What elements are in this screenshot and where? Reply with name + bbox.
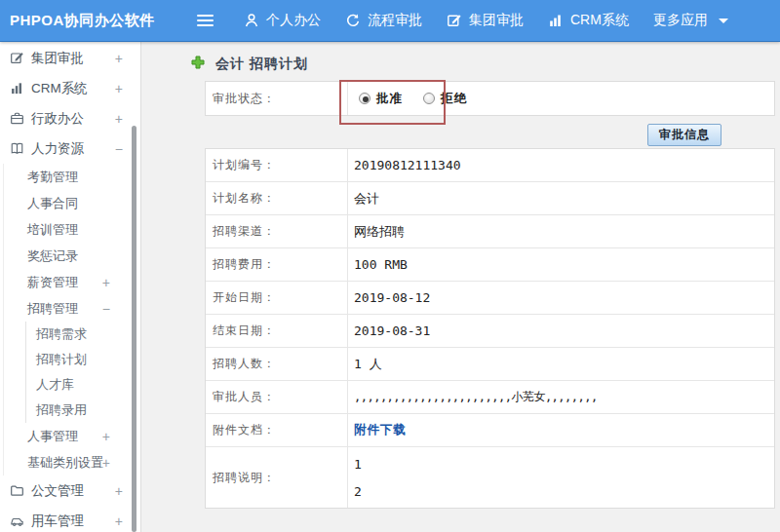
- sidebar-item-label: 人力资源: [31, 140, 84, 158]
- recruitment-submenu: 招聘需求 招聘计划 人才库 招聘录用: [25, 322, 140, 423]
- nav-process-approval[interactable]: 流程审批: [345, 12, 422, 29]
- expand-toggle[interactable]: +: [115, 483, 123, 499]
- caret-down-icon: [719, 19, 728, 23]
- sidebar-item-hr[interactable]: 人力资源 −: [0, 133, 140, 164]
- sidebar-scrollbar[interactable]: [132, 126, 136, 532]
- nav-group-approval[interactable]: 集团审批: [447, 12, 524, 29]
- field-label: 附件文档：: [206, 414, 348, 446]
- document-icon: [10, 483, 25, 499]
- car-icon: [10, 513, 25, 529]
- nav-label: CRM系统: [570, 12, 629, 29]
- expand-toggle[interactable]: +: [102, 429, 110, 444]
- sidebar-item-label: 人才库: [36, 376, 74, 394]
- sidebar-item-personnel[interactable]: 人事管理 +: [4, 423, 140, 449]
- topbar: PHPOA协同办公软件 个人办公 流程审批 集团审批 CRM系统: [0, 0, 780, 42]
- nav-personal-office[interactable]: 个人办公: [244, 12, 321, 29]
- field-value: 1 人: [348, 348, 774, 380]
- collapse-toggle[interactable]: −: [115, 141, 123, 157]
- field-label: 招聘说明：: [206, 447, 348, 508]
- sidebar-item-recruitment[interactable]: 招聘管理 −: [4, 295, 140, 322]
- sidebar-item-label: 基础类别设置: [27, 454, 103, 472]
- page-header: 会计 招聘计划: [191, 56, 308, 73]
- annotation-box: [339, 80, 446, 125]
- sidebar-item-rewards[interactable]: 奖惩记录: [4, 243, 140, 269]
- add-plus-icon: [191, 56, 205, 73]
- book-icon: [10, 141, 25, 157]
- expand-toggle[interactable]: +: [115, 513, 123, 529]
- table-row: 招聘费用： 100 RMB: [206, 248, 774, 282]
- table-row: 结束日期： 2019-08-31: [206, 315, 774, 348]
- table-row: 招聘人数： 1 人: [206, 348, 774, 381]
- sidebar-item-hr-contract[interactable]: 人事合同: [4, 190, 140, 216]
- nav-crm-system[interactable]: CRM系统: [548, 12, 629, 29]
- sidebar-item-label: 公文管理: [31, 482, 84, 500]
- field-label: 结束日期：: [206, 315, 348, 347]
- sidebar-item-documents[interactable]: 公文管理 +: [0, 475, 140, 506]
- field-label: 招聘渠道：: [206, 215, 348, 247]
- hamburger-menu-icon[interactable]: [197, 11, 218, 30]
- page-title: 会计 招聘计划: [215, 56, 308, 73]
- expand-toggle[interactable]: +: [115, 81, 123, 96]
- field-value: 附件下载: [348, 414, 774, 446]
- sidebar: 集团审批 + CRM系统 + 行政办公 + 人力资源 − 考勤管理 人事合同 培…: [0, 42, 141, 532]
- briefcase-icon: [10, 111, 25, 127]
- field-label: 审批人员：: [206, 381, 348, 413]
- sidebar-item-recruit-plan[interactable]: 招聘计划: [26, 347, 140, 372]
- table-row: 计划编号： 20190812111340: [206, 149, 774, 182]
- sidebar-item-training[interactable]: 培训管理: [4, 216, 140, 243]
- field-value: 2019-08-31: [348, 315, 774, 347]
- nav-more-apps[interactable]: 更多应用: [653, 12, 728, 29]
- app-logo: PHPOA协同办公软件: [0, 12, 185, 30]
- sidebar-item-label: 招聘录用: [36, 401, 87, 419]
- sidebar-item-talent-pool[interactable]: 人才库: [26, 372, 140, 398]
- sidebar-item-label: 招聘管理: [27, 300, 78, 318]
- field-label: 开始日期：: [206, 282, 348, 314]
- sidebar-item-label: 考勤管理: [27, 169, 78, 186]
- field-value: 20190812111340: [348, 149, 774, 181]
- attachment-download-link[interactable]: 附件下载: [354, 422, 407, 438]
- process-icon: [345, 13, 361, 28]
- action-band: 审批信息: [205, 115, 777, 148]
- nav-label: 更多应用: [653, 12, 708, 29]
- sidebar-item-recruit-hire[interactable]: 招聘录用: [26, 398, 140, 423]
- field-label: 计划编号：: [206, 149, 348, 181]
- expand-toggle[interactable]: +: [102, 275, 110, 290]
- table-row: 计划名称： 会计: [206, 182, 774, 215]
- sidebar-item-crm[interactable]: CRM系统 +: [0, 73, 140, 103]
- sidebar-item-label: 奖惩记录: [27, 247, 78, 265]
- sidebar-item-label: 行政办公: [31, 110, 84, 128]
- edit-icon: [10, 51, 25, 66]
- sidebar-item-admin-office[interactable]: 行政办公 +: [0, 103, 140, 133]
- status-table: 审批状态： 批准 拒绝: [205, 81, 775, 116]
- sidebar-item-salary[interactable]: 薪资管理 +: [4, 269, 140, 295]
- field-value: 2019-08-12: [348, 282, 774, 314]
- table-row: 审批人员： ,,,,,,,,,,,,,,,,,,,,,,,,小芜女,,,,,,,…: [206, 381, 774, 414]
- collapse-toggle[interactable]: −: [102, 301, 110, 317]
- nav-label: 流程审批: [368, 12, 422, 29]
- detail-table: 计划编号： 20190812111340 计划名称： 会计 招聘渠道： 网络招聘…: [205, 148, 775, 509]
- sidebar-item-label: 人事管理: [27, 428, 78, 445]
- edit-icon: [447, 13, 462, 28]
- attachment-row: 附件文档： 附件下载: [206, 414, 774, 447]
- field-label: 计划名称：: [206, 182, 348, 214]
- sidebar-item-attendance[interactable]: 考勤管理: [4, 164, 140, 190]
- sidebar-item-base-category[interactable]: 基础类别设置 +: [4, 449, 140, 475]
- sidebar-item-recruit-need[interactable]: 招聘需求: [26, 322, 140, 347]
- sidebar-item-vehicle[interactable]: 用车管理 +: [0, 506, 140, 532]
- sidebar-item-label: 招聘需求: [36, 325, 87, 343]
- sidebar-item-label: 人事合同: [27, 195, 78, 212]
- table-row: 开始日期： 2019-08-12: [206, 282, 774, 315]
- expand-toggle[interactable]: +: [102, 455, 110, 471]
- field-label: 招聘人数：: [206, 348, 348, 380]
- description-row: 招聘说明： 1 2: [206, 447, 774, 508]
- hr-submenu: 考勤管理 人事合同 培训管理 奖惩记录 薪资管理 + 招聘管理 − 招聘需求 招…: [3, 164, 140, 475]
- expand-toggle[interactable]: +: [115, 111, 123, 127]
- table-row: 招聘渠道： 网络招聘: [206, 215, 774, 248]
- approval-info-button[interactable]: 审批信息: [647, 124, 722, 146]
- expand-toggle[interactable]: +: [115, 51, 123, 66]
- field-value: 网络招聘: [348, 215, 774, 247]
- description-line: 1: [354, 457, 362, 472]
- description-value: 1 2: [348, 447, 774, 508]
- sidebar-item-group-approval[interactable]: 集团审批 +: [0, 43, 140, 73]
- chart-icon: [10, 81, 25, 96]
